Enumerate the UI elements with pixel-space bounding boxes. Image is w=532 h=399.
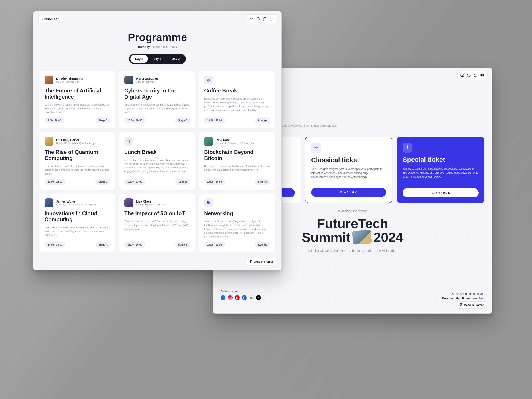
window-header: FutureTech xyxy=(33,11,281,26)
tickets-subheading: ndbreaking ideas, and network with like-… xyxy=(258,124,484,127)
room-pill: Stage A xyxy=(95,117,111,123)
footer-hero-line2a: Summit xyxy=(302,231,350,244)
ticket-classical: Classical ticket Join us to gain insight… xyxy=(305,137,393,203)
svg-point-6 xyxy=(208,202,209,203)
session-title: The Impact of 5G on IoT xyxy=(124,210,190,216)
session-title: Networking xyxy=(204,210,270,216)
session-desc: Learn about the latest advancements in c… xyxy=(44,226,111,237)
session-card[interactable]: Lisa Chen Senior Engineer at Ericsson Th… xyxy=(120,194,195,253)
template-link[interactable]: Purchase this Framer template xyxy=(442,297,484,300)
programme-date: Tuesday October 15th, 2024 xyxy=(40,45,275,49)
time-pill: 15:00 - 16:00 xyxy=(124,242,145,248)
speaker-name: Maria Gonzales xyxy=(136,77,159,81)
speaker-role: Cloud Solutions Architect at Microsoft xyxy=(56,203,96,206)
ticket-desc: Join us to gain insights from keynote sp… xyxy=(403,167,479,179)
speaker-name: Dr. Emily Carter xyxy=(56,138,95,142)
tab-day-2[interactable]: Day 2 xyxy=(149,55,166,63)
info-icon[interactable] xyxy=(256,16,261,21)
ticket-name: Special ticket xyxy=(403,156,479,163)
svg-rect-2 xyxy=(481,75,484,76)
session-card[interactable]: James Wong Cloud Solutions Architect at … xyxy=(40,194,115,253)
svg-rect-5 xyxy=(270,18,273,20)
mail-icon[interactable] xyxy=(249,16,254,21)
ticket-special: Special ticket Join us to gain insights … xyxy=(397,137,484,203)
speaker-role: Senior Engineer at Ericsson xyxy=(136,203,166,206)
time-pill: 13:00 - 14:00 xyxy=(204,179,225,185)
coffee-icon xyxy=(204,76,213,84)
ticket-icon[interactable] xyxy=(269,16,274,21)
session-title: Innovations in Cloud Computing xyxy=(44,210,111,222)
time-pill: 10:00 - 10:30 xyxy=(124,117,145,123)
session-title: The Rise of Quantum Computing xyxy=(44,149,111,161)
ticket-icon[interactable] xyxy=(480,73,485,78)
header-icon-group xyxy=(457,71,487,80)
session-title: Blockchain Beyond Bitcoin xyxy=(204,149,270,161)
x-icon[interactable]: 𝕏 xyxy=(256,295,261,300)
sparkle-icon xyxy=(311,143,321,153)
chat-icon[interactable] xyxy=(262,16,267,21)
dribbble-icon[interactable]: ◐ xyxy=(249,295,254,300)
header-icon-group xyxy=(247,14,276,23)
session-desc: Understand the latest cybersecurity thre… xyxy=(124,103,190,114)
brand-logo[interactable]: FutureTech xyxy=(38,15,63,23)
svg-point-7 xyxy=(209,202,210,203)
ticket-name: Classical ticket xyxy=(311,157,386,164)
speaker-block: Dr. Alex Thompson CEO of InnovateTech xyxy=(44,76,111,84)
tab-day-3[interactable]: Day 3 xyxy=(167,55,184,63)
room-pill: Lounge xyxy=(255,242,270,248)
buy-button[interactable]: Buy for 149 € xyxy=(403,188,479,197)
speaker-role: CTO of TechWave xyxy=(136,81,159,83)
linkedin-icon[interactable]: in xyxy=(242,295,247,300)
speaker-block: Ravi Patel Head of AI Research at Future… xyxy=(204,137,270,146)
tab-day-1[interactable]: Day 1 xyxy=(130,55,148,63)
room-pill: Stage A xyxy=(255,179,270,185)
speaker-avatar xyxy=(204,137,213,146)
session-title: Cybersecurity in the Digital Age xyxy=(124,88,190,100)
social-icons: f ◯ ▶ in ◐ 𝕏 xyxy=(221,295,261,300)
session-desc: Examine how the rollout of 5G networks i… xyxy=(124,219,190,231)
sparkle-icon xyxy=(403,143,412,152)
session-card[interactable]: Lunch Break Join us for a delightful lun… xyxy=(120,132,195,190)
session-card[interactable]: Dr. Emily Carter Head of Research at Qua… xyxy=(40,132,115,190)
copyright: 2024 © All rights reserved xyxy=(442,292,484,296)
speaker-avatar xyxy=(124,76,133,84)
made-in-framer-badge[interactable]: Made in Framer xyxy=(246,258,276,265)
session-card[interactable]: Coffee Break Recharge with a refreshing … xyxy=(199,71,275,128)
info-icon[interactable] xyxy=(466,73,471,78)
facebook-icon[interactable]: f xyxy=(221,295,225,300)
speaker-avatar xyxy=(124,198,133,207)
footer-hero-line1: FutureTech xyxy=(317,217,388,230)
programme-window: FutureTech Programme Tuesday October 15t… xyxy=(33,11,282,270)
session-card[interactable]: Ravi Patel Head of AI Research at Future… xyxy=(199,132,275,190)
time-pill: 16:00 - 20:00 xyxy=(204,242,225,248)
speaker-name: Lisa Chen xyxy=(136,200,166,203)
session-desc: Dive into the diverse applications of bl… xyxy=(204,164,270,172)
buy-button[interactable]: Buy for 99 € xyxy=(311,188,386,197)
speaker-block: James Wong Cloud Solutions Architect at … xyxy=(44,198,111,207)
time-pill: 9:00 - 10:00 xyxy=(44,117,64,123)
session-card[interactable]: Networking Join our dedicated networking… xyxy=(199,194,275,253)
session-card[interactable]: Dr. Alex Thompson CEO of InnovateTech Th… xyxy=(40,71,115,128)
session-desc: Discover the potential of quantum comput… xyxy=(44,164,111,176)
room-pill: Stage B xyxy=(175,242,190,248)
tickets-heading: now xyxy=(260,112,484,121)
food-icon xyxy=(124,137,133,146)
mail-icon[interactable] xyxy=(460,73,465,78)
speaker-block: Dr. Emily Carter Head of Research at Qua… xyxy=(44,137,111,146)
speaker-avatar xyxy=(44,137,53,146)
time-pill: 12:00 - 13:00 xyxy=(124,179,145,185)
footer-hero-line2b: 2024 xyxy=(374,231,403,244)
people-icon xyxy=(204,198,213,207)
room-pill: Stage A xyxy=(95,242,111,248)
follow-label: Follow us on xyxy=(221,290,261,293)
made-in-framer-badge[interactable]: Made in Framer xyxy=(457,301,487,309)
youtube-icon[interactable]: ▶ xyxy=(235,295,240,300)
speaker-name: James Wong xyxy=(56,200,96,203)
chat-icon[interactable] xyxy=(473,73,478,78)
speaker-name: Ravi Patel xyxy=(216,138,254,142)
instagram-icon[interactable]: ◯ xyxy=(228,295,233,300)
session-title: Lunch Break xyxy=(124,149,190,155)
session-card[interactable]: Maria Gonzales CTO of TechWave Cybersecu… xyxy=(120,71,195,128)
page-title: Programme xyxy=(40,31,275,44)
hero-inline-image xyxy=(352,230,372,245)
